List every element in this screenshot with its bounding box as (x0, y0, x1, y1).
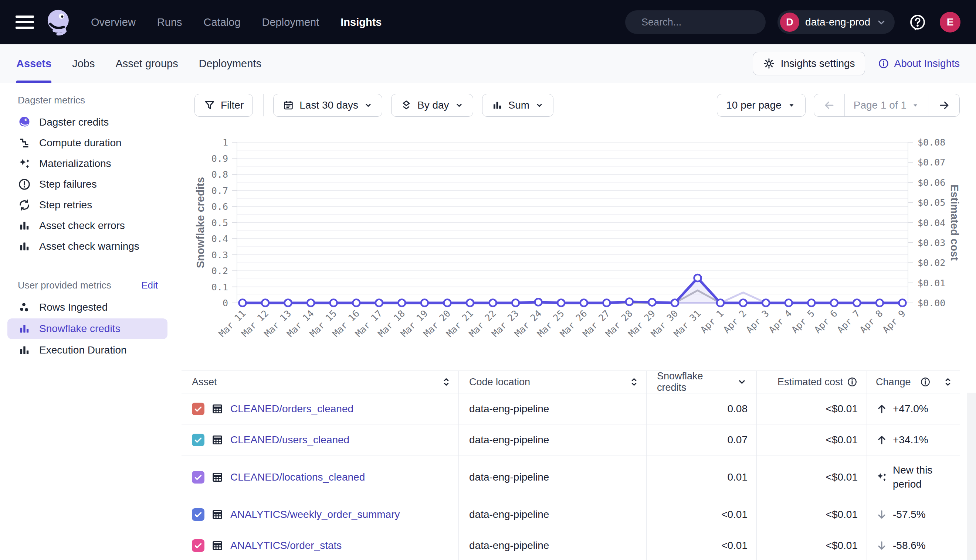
svg-text:0.6: 0.6 (211, 201, 228, 212)
tab-assets[interactable]: Assets (16, 44, 52, 83)
sparkle-icon (876, 471, 887, 483)
credits-value: 0.01 (727, 471, 748, 483)
sidebar-item-snowflake-credits[interactable]: Snowflake credits (7, 318, 167, 339)
sidebar-item-asset-check-errors[interactable]: Asset check errors (0, 215, 175, 236)
info-icon (847, 377, 858, 387)
table-header-row: AssetCode locationSnowflake creditsEstim… (182, 371, 960, 393)
sidebar-item-step-retries[interactable]: Step retries (0, 195, 175, 215)
tab-deployments[interactable]: Deployments (199, 44, 261, 83)
svg-text:$0.08: $0.08 (918, 137, 945, 148)
asset-link[interactable]: CLEANED/locations_cleaned (230, 471, 365, 483)
snowflake-credits-chart[interactable]: 00.10.20.30.40.50.60.70.80.91$0.00$0.01$… (175, 122, 976, 373)
row-checkbox[interactable] (192, 471, 204, 483)
code-location-value: data-eng-pipeline (469, 540, 549, 552)
insights-settings-label: Insights settings (781, 58, 855, 70)
tab-jobs[interactable]: Jobs (72, 44, 95, 83)
sidebar-item-compute-duration[interactable]: Compute duration (0, 133, 175, 153)
by-day-button[interactable]: By day (391, 94, 473, 117)
column-label: Change (876, 377, 911, 388)
insights-settings-button[interactable]: Insights settings (753, 52, 865, 75)
asset-link[interactable]: CLEANED/orders_cleaned (230, 403, 353, 415)
svg-text:$0.05: $0.05 (918, 197, 945, 208)
change-value: -58.6% (893, 538, 926, 553)
stairs-icon (18, 136, 31, 150)
change-value: +47.0% (893, 402, 928, 416)
asset-link[interactable]: ANALYTICS/order_stats (230, 540, 342, 552)
user-avatar[interactable]: E (940, 12, 961, 33)
help-icon[interactable] (909, 13, 926, 31)
funnel-icon (204, 99, 216, 111)
row-checkbox[interactable] (192, 434, 204, 446)
column-header-code-location[interactable]: Code location (459, 371, 647, 393)
column-header-estimated-cost[interactable]: Estimated cost (757, 371, 867, 393)
next-page-button[interactable] (929, 94, 959, 117)
page-indicator-dropdown[interactable]: Page 1 of 1 (844, 94, 929, 117)
bars-icon (18, 240, 31, 253)
filter-button[interactable]: Filter (194, 94, 253, 117)
nav-item-catalog[interactable]: Catalog (204, 16, 241, 28)
bars-icon (491, 99, 503, 111)
sidebar-item-label: Compute duration (39, 137, 122, 149)
dagster-logo-icon[interactable] (44, 8, 73, 37)
sum-button[interactable]: Sum (482, 94, 554, 117)
row-checkbox[interactable] (192, 403, 204, 415)
per-page-dropdown[interactable]: 10 per page (717, 94, 805, 117)
nav-item-deployment[interactable]: Deployment (262, 16, 319, 28)
nav-item-insights[interactable]: Insights (341, 16, 381, 28)
table-asset-icon (211, 471, 224, 483)
sidebar-item-dagster-credits[interactable]: Dagster credits (0, 112, 175, 133)
table-asset-icon (211, 434, 224, 446)
credits-value: 0.08 (727, 403, 748, 415)
prev-page-button[interactable] (814, 94, 844, 117)
sidebar-divider (18, 268, 158, 268)
dagster-icon (18, 116, 31, 129)
change-value: -57.5% (893, 508, 926, 522)
search-input[interactable] (642, 17, 772, 28)
credits-value: <0.01 (721, 540, 747, 552)
sidebar-item-asset-check-warnings[interactable]: Asset check warnings (0, 236, 175, 257)
about-insights-label: About Insights (894, 58, 960, 70)
caret-down-icon (363, 100, 373, 110)
menu-icon[interactable] (15, 15, 34, 29)
sort-icon (943, 377, 953, 387)
row-checkbox[interactable] (192, 508, 204, 521)
last-30-days-button[interactable]: Last 30 days (273, 94, 382, 117)
table-row: CLEANED/locations_cleaneddata-eng-pipeli… (182, 455, 960, 499)
column-label: Code location (469, 377, 530, 388)
nav-item-overview[interactable]: Overview (91, 16, 136, 28)
svg-text:0.9: 0.9 (211, 153, 228, 164)
column-header-change[interactable]: Change (867, 371, 960, 393)
svg-text:0: 0 (222, 298, 228, 308)
row-checkbox[interactable] (192, 539, 204, 552)
column-label: Estimated cost (777, 377, 843, 388)
sidebar-item-execution-duration[interactable]: Execution Duration (0, 340, 175, 360)
column-header-asset[interactable]: Asset (182, 371, 459, 393)
scrollbar-track[interactable] (967, 393, 976, 560)
asset-link[interactable]: ANALYTICS/weekly_order_summary (230, 509, 400, 520)
nav-item-runs[interactable]: Runs (157, 16, 182, 28)
svg-text:Apr 8: Apr 8 (858, 308, 885, 335)
metrics-sidebar: Dagster metricsDagster creditsCompute du… (0, 83, 175, 560)
code-location-value: data-eng-pipeline (469, 471, 549, 483)
edit-metrics-link[interactable]: Edit (141, 280, 158, 291)
sidebar-item-materializations[interactable]: Materializations (0, 153, 175, 174)
sidebar-section-title: Dagster metrics (18, 95, 85, 106)
change-value: +34.1% (893, 433, 928, 447)
asset-link[interactable]: CLEANED/users_cleaned (230, 434, 349, 446)
column-header-snowflake-credits[interactable]: Snowflake credits (647, 371, 757, 393)
svg-text:Apr 7: Apr 7 (835, 308, 862, 335)
sort-desc-icon (737, 377, 747, 387)
sidebar-item-label: Dagster credits (39, 117, 109, 128)
info-icon (920, 377, 931, 387)
sidebar-item-step-failures[interactable]: Step failures (0, 174, 175, 195)
svg-text:$0.02: $0.02 (918, 257, 945, 268)
org-switcher[interactable]: D data-eng-prod (777, 10, 895, 34)
about-insights-link[interactable]: About Insights (877, 58, 960, 70)
global-search[interactable]: / (625, 10, 765, 34)
svg-text:Apr 4: Apr 4 (767, 308, 794, 335)
svg-text:Apr 5: Apr 5 (789, 308, 817, 335)
sidebar-item-rows-ingested[interactable]: Rows Ingested (0, 297, 175, 318)
tab-asset-groups[interactable]: Asset groups (115, 44, 178, 83)
table-row: CLEANED/users_cleaneddata-eng-pipeline0.… (182, 425, 960, 455)
layers-icon (400, 99, 412, 111)
